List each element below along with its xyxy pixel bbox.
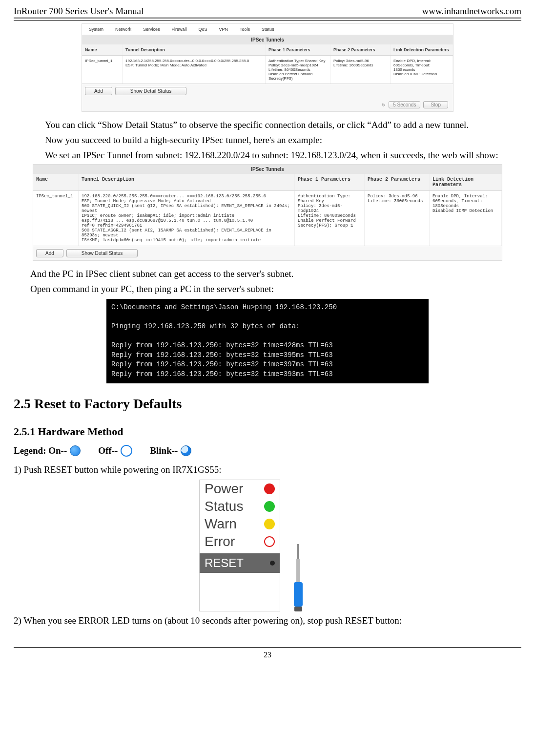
- col-p2: Phase 2 Parameters: [330, 44, 391, 55]
- col2-p1: Phase 1 Parameters: [295, 174, 365, 190]
- row-ld: Enable DPD, Interval: 60Seconds, Timeout…: [391, 56, 453, 84]
- tab-network[interactable]: Network: [115, 27, 131, 32]
- legend-on-label: Legend: On--: [14, 445, 67, 456]
- tab-tools[interactable]: Tools: [240, 27, 250, 32]
- row2-desc: 192.168.220.0/255.255.255.0===router... …: [79, 191, 295, 246]
- subsection-heading: 2.5.1 Hardware Method: [14, 425, 521, 438]
- section-heading: 2.5 Reset to Factory Defaults: [14, 396, 521, 412]
- row-p2: Policy: 3des-md5-96 Lifetime: 3600Second…: [330, 56, 391, 84]
- page-header: InRouter 700 Series User's Manual www.in…: [14, 6, 521, 19]
- add-button-2[interactable]: Add: [36, 249, 63, 257]
- tab-vpn[interactable]: VPN: [219, 27, 228, 32]
- device-panel-diagram: Power Status Warn Error RESET: [199, 480, 336, 611]
- led-on-icon: [70, 445, 81, 456]
- col2-p2: Phase 2 Parameters: [365, 174, 430, 190]
- panel-warn-label: Warn: [205, 516, 258, 532]
- tab-system[interactable]: System: [89, 27, 103, 32]
- panel-title: IPSec Tunnels: [82, 35, 453, 44]
- col2-desc: Tunnel Description: [79, 174, 295, 190]
- page-number: 23: [264, 651, 271, 659]
- paragraph-4: And the PC in IPSec client subnet can ge…: [30, 268, 521, 281]
- legend-off-label: Off--: [98, 445, 118, 456]
- cmd-line-6: Reply from 192.168.123.250: bytes=32 tim…: [111, 370, 424, 379]
- page-footer: 23: [14, 647, 521, 659]
- paragraph-1: You can click “Show Detail Status” to ob…: [45, 119, 521, 132]
- row2-p1: Authentication Type: Shared Key Policy: …: [295, 191, 365, 246]
- error-led-icon: [264, 536, 275, 547]
- panel-title-2: IPSec Tunnels: [33, 165, 502, 174]
- tab-services[interactable]: Services: [143, 27, 160, 32]
- refresh-icon: ↻: [382, 103, 386, 107]
- ipsec-screenshot-2: IPSec Tunnels Name Tunnel Description Ph…: [33, 164, 502, 261]
- paragraph-3: We set an IPSec Tunnel from subnet: 192.…: [45, 149, 521, 162]
- tab-firewall[interactable]: Firewall: [172, 27, 187, 32]
- reset-button-icon: [270, 561, 275, 566]
- legend-blink-label: Blink--: [150, 445, 178, 456]
- legend: Legend: On-- Off-- Blink--: [14, 445, 521, 457]
- led-off-icon: [121, 445, 132, 457]
- col-p1: Phase 1 Parameters: [266, 44, 330, 55]
- tab-status[interactable]: Status: [262, 27, 274, 32]
- tab-qos[interactable]: QoS: [199, 27, 207, 32]
- ipsec-screenshot-1: System Network Services Firewall QoS VPN…: [82, 23, 453, 112]
- status-led-icon: [264, 501, 275, 512]
- col-ld: Link Detection Parameters: [391, 44, 453, 55]
- panel-status-label: Status: [205, 499, 258, 514]
- cmd-line-4: Reply from 192.168.123.250: bytes=32 tim…: [111, 351, 424, 360]
- cmd-line-5: Reply from 192.168.123.250: bytes=32 tim…: [111, 360, 424, 370]
- panel-reset-label: RESET: [205, 556, 244, 570]
- add-button[interactable]: Add: [85, 87, 112, 95]
- col2-name: Name: [33, 174, 79, 190]
- col-desc: Tunnel Description: [123, 44, 266, 55]
- paragraph-5: Open command in your PC, then ping a PC …: [30, 283, 521, 296]
- col2-ld: Link Detection Parameters: [430, 174, 502, 190]
- command-prompt-screenshot: C:\Documents and Settings\Jason Hu>ping …: [106, 299, 429, 383]
- row-p1: Authentication Type: Shared Key Policy: …: [266, 56, 330, 84]
- row-name: IPSec_tunnel_1: [82, 56, 123, 84]
- row2-p2: Policy: 3des-md5-96 Lifetime: 3600Second…: [365, 191, 430, 246]
- panel-error-label: Error: [205, 534, 258, 549]
- refresh-interval[interactable]: 5 Seconds: [389, 101, 420, 108]
- row2-name: IPSec_tunnel_1: [33, 191, 79, 246]
- col-name: Name: [82, 44, 123, 55]
- panel-power-label: Power: [205, 481, 258, 497]
- paragraph-2: Now you succeed to build a high-security…: [45, 134, 521, 147]
- step-1: 1) Push RESET button while powering on I…: [14, 463, 521, 477]
- power-led-icon: [264, 483, 275, 494]
- step-2: 2) When you see ERROR LED turns on (abou…: [14, 614, 521, 628]
- led-blink-icon: [181, 445, 191, 456]
- header-left: InRouter 700 Series User's Manual: [14, 6, 144, 17]
- show-detail-button-2[interactable]: Show Detail Status: [66, 249, 138, 257]
- cmd-line-1: C:\Documents and Settings\Jason Hu>ping …: [111, 303, 424, 313]
- header-right: www.inhandnetworks.com: [422, 6, 521, 17]
- warn-led-icon: [264, 519, 275, 529]
- show-detail-button[interactable]: Show Detail Status: [115, 87, 187, 95]
- row-desc: 192.168.2.1/255.255.255.0===router...0.0…: [123, 56, 266, 84]
- row2-ld: Enable DPD, Interval: 60Seconds, Timeout…: [430, 191, 502, 246]
- cmd-line-3: Reply from 192.168.123.250: bytes=32 tim…: [111, 341, 424, 351]
- stop-button[interactable]: Stop: [423, 101, 448, 108]
- screwdriver-icon: [287, 544, 309, 611]
- cmd-line-2: Pinging 192.168.123.250 with 32 bytes of…: [111, 322, 424, 332]
